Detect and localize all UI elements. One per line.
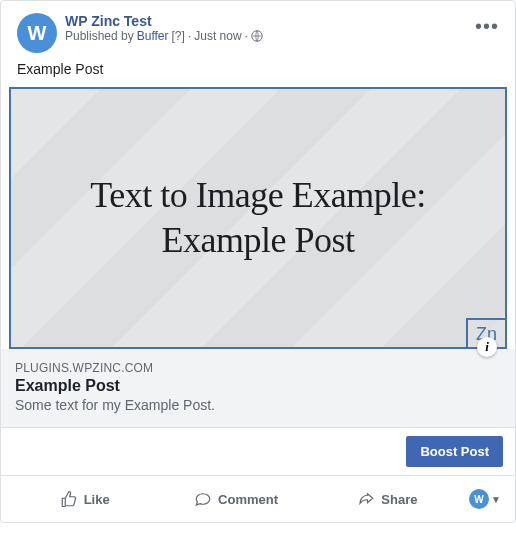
mini-avatar: W: [469, 489, 489, 509]
like-button[interactable]: Like: [9, 482, 160, 516]
post-header: W WP Zinc Test Published by Buffer [?] ·…: [1, 1, 515, 61]
post-text: Example Post: [1, 61, 515, 87]
share-icon: [357, 490, 375, 508]
link-description: Some text for my Example Post.: [15, 397, 501, 413]
chevron-down-icon: ▼: [491, 494, 501, 505]
profile-switcher[interactable]: W ▼: [463, 489, 507, 509]
action-bar: Like Comment Share W ▼: [1, 476, 515, 522]
boost-row: Boost Post: [1, 428, 515, 476]
header-text: WP Zinc Test Published by Buffer [?] · J…: [65, 13, 499, 43]
post-card: W WP Zinc Test Published by Buffer [?] ·…: [0, 0, 516, 523]
comment-button[interactable]: Comment: [160, 482, 311, 516]
post-meta: Published by Buffer [?] · Just now ·: [65, 29, 499, 43]
mini-avatar-letter: W: [474, 494, 483, 505]
page-name-link[interactable]: WP Zinc Test: [65, 13, 499, 29]
post-image-container[interactable]: Text to Image Example: Example Post Zn i: [9, 87, 507, 349]
page-avatar[interactable]: W: [17, 13, 57, 53]
like-label: Like: [84, 492, 110, 507]
comment-label: Comment: [218, 492, 278, 507]
info-icon[interactable]: i: [477, 337, 497, 357]
boost-post-button[interactable]: Boost Post: [406, 436, 503, 467]
image-text-line1: Text to Image Example:: [90, 173, 425, 218]
image-text-line2: Example Post: [162, 218, 355, 263]
meta-separator: ·: [188, 29, 191, 43]
more-options-button[interactable]: •••: [475, 15, 499, 38]
comment-icon: [194, 490, 212, 508]
like-icon: [60, 490, 78, 508]
avatar-letter: W: [28, 22, 47, 45]
publisher-help[interactable]: [?]: [172, 29, 185, 43]
share-button[interactable]: Share: [312, 482, 463, 516]
published-prefix: Published by: [65, 29, 134, 43]
link-domain: PLUGINS.WPZINC.COM: [15, 361, 501, 375]
link-preview-card[interactable]: PLUGINS.WPZINC.COM Example Post Some tex…: [1, 349, 515, 428]
share-label: Share: [381, 492, 417, 507]
link-title: Example Post: [15, 377, 501, 395]
meta-separator-2: ·: [245, 29, 248, 43]
publisher-link[interactable]: Buffer: [137, 29, 169, 43]
post-image: Text to Image Example: Example Post Zn: [11, 89, 505, 347]
post-time[interactable]: Just now: [194, 29, 241, 43]
globe-icon[interactable]: [251, 30, 263, 42]
